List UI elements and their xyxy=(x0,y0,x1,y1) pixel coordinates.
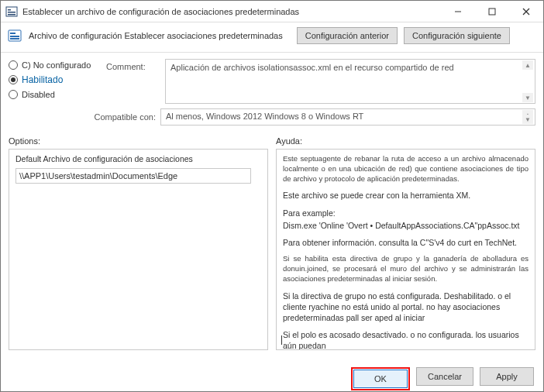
next-setting-button[interactable]: Configuración siguiente xyxy=(404,27,510,44)
comment-value: Aplicación de archivos isolationsassoc.x… xyxy=(170,63,454,72)
window-title: Establecer un archivo de configuración d… xyxy=(22,7,441,16)
radio-label: Habilitado xyxy=(22,74,63,85)
policy-icon xyxy=(7,28,22,43)
maximize-button[interactable] xyxy=(475,1,509,22)
window-buttons xyxy=(441,1,543,22)
options-head: Options: xyxy=(9,136,268,146)
header-row: Archivo de configuración Establecer asoc… xyxy=(1,22,543,53)
cancel-button[interactable]: Cancelar xyxy=(416,367,473,386)
state-column: C) No configurado Habilitado Disabled xyxy=(9,59,102,99)
minimize-button[interactable] xyxy=(441,1,475,22)
options-box: Default Archivo de configuración de asoc… xyxy=(9,149,268,350)
compat-label: Compatible con: xyxy=(9,112,156,122)
title-bar: Establecer un archivo de configuración d… xyxy=(1,1,543,22)
option-row-label: Default Archivo de configuración de asoc… xyxy=(15,154,261,163)
help-p2: Este archivo se puede crear con la herra… xyxy=(283,190,529,201)
svg-rect-1 xyxy=(8,9,11,11)
radio-label: C) No configurado xyxy=(22,60,91,70)
lower-panel: Options: Default Archivo de configuració… xyxy=(1,132,543,361)
radio-enabled[interactable]: Habilitado xyxy=(9,74,102,85)
svg-rect-10 xyxy=(10,36,19,37)
ok-button[interactable]: OK xyxy=(353,370,408,388)
svg-rect-11 xyxy=(10,38,19,40)
compat-value: Al menos, Windows 2012 Windows 8 o Windo… xyxy=(166,112,363,121)
comment-textarea[interactable]: Aplicación de archivos isolationsassoc.x… xyxy=(165,59,535,104)
help-p4: Para obtener información. consulta la C"… xyxy=(283,237,529,248)
header-label: Archivo de configuración Establecer asoc… xyxy=(29,31,283,40)
svg-rect-5 xyxy=(489,9,495,15)
radio-label: Disabled xyxy=(22,90,55,99)
help-pane: Ayuda: Este septuagente de rebanar la ru… xyxy=(276,136,535,361)
ok-highlight: OK xyxy=(351,367,410,390)
help-p1: Este septuagente de rebanar la ruta de a… xyxy=(283,154,529,184)
scroll-down-icon[interactable]: ▼ xyxy=(522,115,533,124)
help-p3a: Para example: xyxy=(283,208,529,218)
radio-not-configured[interactable]: C) No configurado xyxy=(9,60,102,70)
svg-rect-9 xyxy=(10,33,15,34)
radio-icon xyxy=(9,90,18,99)
comment-label: Comment: xyxy=(106,59,160,71)
close-button[interactable] xyxy=(509,1,543,22)
config-file-path-input[interactable] xyxy=(15,168,251,184)
help-box[interactable]: Este septuagente de rebanar la ruta de a… xyxy=(276,149,535,350)
help-p3b: Dism.exe 'Online 'Overt • DefaultAppAsso… xyxy=(283,220,529,231)
scroll-down-icon[interactable]: ▼ xyxy=(522,93,533,102)
svg-rect-3 xyxy=(8,14,15,15)
help-p7: Si el polo es acosado desactivado. o no … xyxy=(283,329,529,350)
footer-buttons: OK Cancelar Apply xyxy=(1,361,543,392)
scroll-up-icon[interactable]: ▲ xyxy=(522,60,533,70)
upper-panel: C) No configurado Habilitado Disabled Co… xyxy=(1,53,543,108)
help-p6: Si la directiva de grupo no está configu… xyxy=(283,291,529,324)
options-pane: Options: Default Archivo de configuració… xyxy=(9,136,268,361)
prev-setting-button[interactable]: Configuración anterior xyxy=(297,27,398,44)
help-head: Ayuda: xyxy=(276,136,535,146)
compat-row: Compatible con: Al menos, Windows 2012 W… xyxy=(1,108,543,132)
svg-rect-2 xyxy=(8,12,15,13)
help-p5: Si se habilita esta directiva de grupo y… xyxy=(283,254,529,284)
text-caret-icon xyxy=(281,335,282,345)
radio-icon xyxy=(9,60,18,70)
apply-button[interactable]: Apply xyxy=(480,367,534,386)
app-icon xyxy=(5,5,18,18)
radio-icon xyxy=(9,75,18,84)
radio-disabled[interactable]: Disabled xyxy=(9,90,102,99)
compat-box: Al menos, Windows 2012 Windows 8 o Windo… xyxy=(160,108,535,126)
